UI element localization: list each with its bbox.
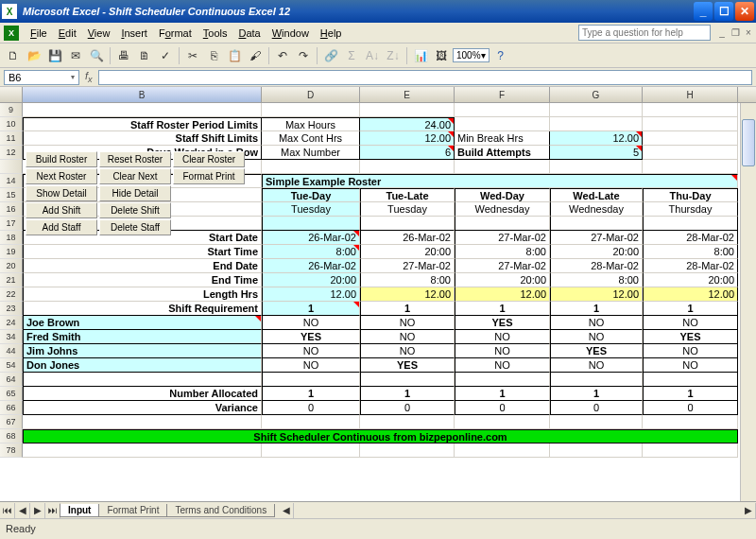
- formula-input[interactable]: [98, 70, 752, 85]
- sort-asc-icon[interactable]: A↓: [363, 46, 382, 65]
- table-cell[interactable]: 26-Mar-02: [262, 259, 360, 273]
- cut-icon[interactable]: ✂: [183, 46, 202, 65]
- table-cell[interactable]: NO: [455, 344, 550, 358]
- reset-roster-button[interactable]: Reset Roster: [99, 151, 171, 167]
- open-icon[interactable]: 📂: [25, 46, 43, 65]
- close-button[interactable]: ✕: [735, 2, 754, 21]
- max-number-label[interactable]: Max Number: [262, 146, 360, 160]
- table-cell[interactable]: 8:00: [360, 273, 455, 287]
- table-cell[interactable]: 8:00: [262, 245, 360, 259]
- show-detail-button[interactable]: Show Detail: [26, 185, 97, 201]
- roster-period-label[interactable]: Staff Roster Period Limits: [23, 117, 262, 131]
- day-label[interactable]: Tuesday: [360, 202, 455, 217]
- table-cell[interactable]: 1: [643, 387, 738, 401]
- cell[interactable]: [23, 103, 262, 117]
- table-cell[interactable]: 27-Mar-02: [360, 259, 455, 273]
- table-cell[interactable]: 12.00: [360, 287, 455, 302]
- max-number-value[interactable]: 6: [360, 146, 455, 160]
- select-all-corner[interactable]: [0, 87, 23, 102]
- format-print-button[interactable]: Format Print: [173, 168, 245, 184]
- row-header[interactable]: 11: [0, 131, 23, 146]
- row-header[interactable]: 34: [0, 330, 23, 344]
- hide-detail-button[interactable]: Hide Detail: [99, 185, 171, 201]
- search-icon[interactable]: 🔍: [87, 46, 106, 65]
- menu-data[interactable]: Data: [232, 26, 266, 41]
- max-hours-value[interactable]: 24.00: [360, 117, 455, 131]
- row-header[interactable]: 17: [0, 217, 23, 231]
- menu-file[interactable]: File: [25, 26, 53, 41]
- length-label[interactable]: Length Hrs: [23, 287, 262, 302]
- table-cell[interactable]: 26-Mar-02: [262, 231, 360, 245]
- table-cell[interactable]: 12.00: [262, 287, 360, 302]
- table-cell[interactable]: 0: [262, 401, 360, 415]
- row-header[interactable]: 64: [0, 373, 23, 387]
- end-time-label[interactable]: End Time: [23, 273, 262, 287]
- table-cell[interactable]: 20:00: [455, 273, 550, 287]
- table-cell[interactable]: NO: [360, 330, 455, 344]
- table-cell[interactable]: NO: [455, 330, 550, 344]
- drawing-icon[interactable]: 🖼: [432, 46, 451, 65]
- table-cell[interactable]: 0: [455, 401, 550, 415]
- max-cont-label[interactable]: Max Cont Hrs: [262, 131, 360, 146]
- menu-format[interactable]: Format: [153, 26, 198, 41]
- start-time-label[interactable]: Start Time: [23, 245, 262, 259]
- table-cell[interactable]: NO: [360, 316, 455, 330]
- copy-icon[interactable]: ⎘: [204, 46, 223, 65]
- row-header[interactable]: 44: [0, 344, 23, 358]
- undo-icon[interactable]: ↶: [273, 46, 292, 65]
- worksheet-grid[interactable]: B D E F G H 9 10 Staff Roster Period Lim…: [0, 87, 756, 518]
- table-cell[interactable]: 8:00: [455, 245, 550, 259]
- min-break-value[interactable]: 12.00: [550, 131, 643, 146]
- table-cell[interactable]: NO: [550, 316, 643, 330]
- row-header[interactable]: 20: [0, 259, 23, 273]
- table-cell[interactable]: 12.00: [643, 287, 738, 302]
- sheet-tab-input[interactable]: Input: [60, 504, 99, 517]
- table-cell[interactable]: 27-Mar-02: [550, 231, 643, 245]
- min-break-label[interactable]: Min Break Hrs: [455, 131, 550, 146]
- chart-icon[interactable]: 📊: [411, 46, 430, 65]
- autosum-icon[interactable]: Σ: [342, 46, 361, 65]
- next-roster-button[interactable]: Next Roster: [26, 168, 97, 184]
- spell-icon[interactable]: ✓: [156, 46, 175, 65]
- redo-icon[interactable]: ↷: [294, 46, 313, 65]
- row-header[interactable]: 23: [0, 302, 23, 316]
- row-header[interactable]: 65: [0, 387, 23, 401]
- table-cell[interactable]: 1: [550, 387, 643, 401]
- table-cell[interactable]: NO: [643, 316, 738, 330]
- clear-next-button[interactable]: Clear Next: [99, 168, 171, 184]
- max-hours-label[interactable]: Max Hours: [262, 117, 360, 131]
- table-cell[interactable]: YES: [455, 316, 550, 330]
- table-cell[interactable]: 20:00: [643, 273, 738, 287]
- col-header-D[interactable]: D: [262, 87, 360, 102]
- table-cell[interactable]: NO: [643, 358, 738, 373]
- variance-label[interactable]: Variance: [23, 401, 262, 415]
- table-cell[interactable]: NO: [262, 316, 360, 330]
- zoom-combo[interactable]: 100% ▾: [453, 48, 490, 62]
- table-cell[interactable]: NO: [643, 344, 738, 358]
- minimize-button[interactable]: _: [694, 2, 713, 21]
- row-header[interactable]: 21: [0, 273, 23, 287]
- first-sheet-icon[interactable]: ⏮: [0, 503, 15, 518]
- staff-name[interactable]: Fred Smith: [23, 330, 262, 344]
- footer-banner[interactable]: Shift Scheduler Continuous from bizpepon…: [23, 429, 738, 443]
- row-header[interactable]: 9: [0, 103, 23, 117]
- row-header[interactable]: 24: [0, 316, 23, 330]
- shift-req-label[interactable]: Shift Requirement: [23, 302, 262, 316]
- row-header[interactable]: 19: [0, 245, 23, 259]
- day-label[interactable]: Wednesday: [550, 202, 643, 217]
- table-cell[interactable]: NO: [550, 330, 643, 344]
- shift-header[interactable]: Wed-Day: [455, 188, 550, 202]
- table-cell[interactable]: 1: [262, 387, 360, 401]
- menu-insert[interactable]: Insert: [115, 26, 153, 41]
- row-header[interactable]: 78: [0, 443, 23, 458]
- doc-restore-icon[interactable]: ❐: [730, 27, 741, 39]
- sheet-tab-terms[interactable]: Terms and Conditions: [166, 504, 275, 517]
- col-header-E[interactable]: E: [360, 87, 455, 102]
- table-cell[interactable]: 1: [360, 302, 455, 316]
- table-cell[interactable]: 28-Mar-02: [643, 259, 738, 273]
- horizontal-scrollbar[interactable]: ◀ ▶: [279, 503, 756, 518]
- add-staff-button[interactable]: Add Staff: [26, 219, 97, 235]
- table-cell[interactable]: NO: [262, 344, 360, 358]
- new-icon[interactable]: 🗋: [4, 46, 23, 65]
- table-cell[interactable]: 8:00: [550, 273, 643, 287]
